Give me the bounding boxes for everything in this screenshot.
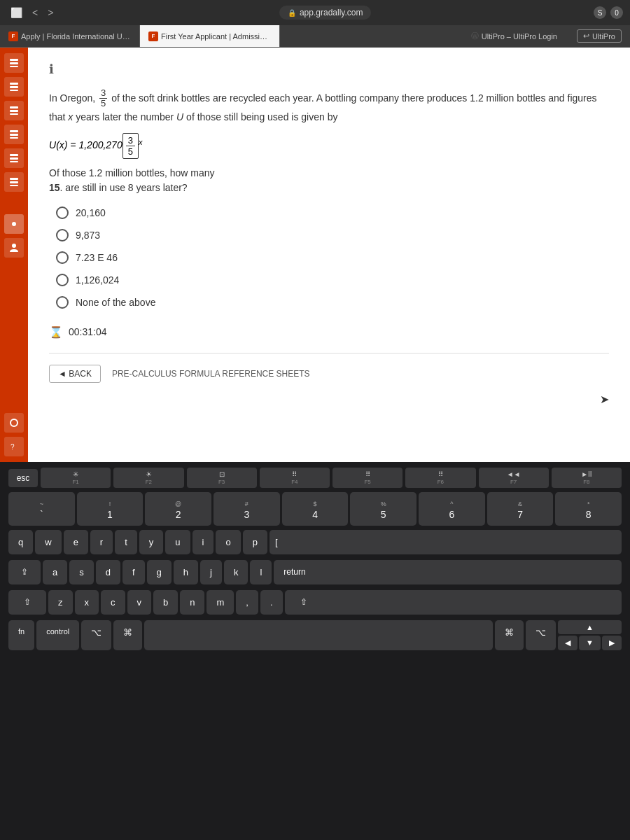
key-m[interactable]: m <box>206 590 234 615</box>
sidebar-item-6[interactable] <box>4 172 24 192</box>
key-v[interactable]: v <box>127 590 152 615</box>
key-e[interactable]: e <box>64 530 88 554</box>
key-option-right[interactable]: ⌥ <box>526 620 556 650</box>
nav-prev-button[interactable]: < <box>29 6 41 20</box>
option-3[interactable]: 7.23 E 46 <box>56 251 609 264</box>
key-h[interactable]: h <box>174 560 198 584</box>
key-period[interactable]: . <box>260 590 283 615</box>
key-5[interactable]: % 5 <box>350 492 416 526</box>
back-button[interactable]: ◄ BACK <box>49 365 101 383</box>
sidebar-item-5[interactable] <box>4 148 24 168</box>
key-2[interactable]: @ 2 <box>145 492 211 526</box>
key-caps[interactable]: ⇪ <box>8 560 41 584</box>
key-4[interactable]: $ 4 <box>282 492 349 526</box>
f3-key[interactable]: ⊡ F3 <box>187 468 257 488</box>
key-c[interactable]: c <box>101 590 125 615</box>
key-left[interactable]: ◀ <box>558 636 578 650</box>
key-cmd-right[interactable]: ⌘ <box>495 620 524 650</box>
sidebar-item-bottom2[interactable]: ? <box>4 437 24 456</box>
key-8[interactable]: * 8 <box>555 492 622 526</box>
svg-rect-8 <box>10 113 18 115</box>
nav-next-button[interactable]: > <box>44 6 57 20</box>
esc-key[interactable]: esc <box>8 469 38 487</box>
key-f[interactable]: f <box>122 560 145 584</box>
f5-key[interactable]: ⠿ F5 <box>332 468 402 488</box>
tab-ultipro[interactable]: Ⓦ UltiPro – UltiPro Login <box>463 31 566 41</box>
radio-option-4[interactable] <box>56 274 69 286</box>
keyboard-area: esc ✳ F1 ☀ F2 ⊡ F3 ⠿ F4 ⠿ F5 ⠿ F6 ◄◄ F7 <box>0 462 630 840</box>
option-5[interactable]: None of the above <box>56 296 609 309</box>
sidebar-item-2[interactable] <box>4 77 24 97</box>
key-up[interactable]: ▲ <box>558 620 622 634</box>
option-2[interactable]: 9,873 <box>56 229 609 241</box>
key-ctrl[interactable]: control <box>36 620 79 650</box>
key-g[interactable]: g <box>147 560 172 584</box>
f2-key[interactable]: ☀ F2 <box>113 468 183 488</box>
key-fn[interactable]: fn <box>8 620 34 650</box>
reference-link[interactable]: PRE-CALCULUS FORMULA REFERENCE SHEETS <box>112 369 310 379</box>
key-3[interactable]: # 3 <box>214 492 280 526</box>
key-d[interactable]: d <box>96 560 120 584</box>
f4-key[interactable]: ⠿ F4 <box>260 468 330 488</box>
key-s[interactable]: s <box>69 560 94 584</box>
tab-apply-fiu[interactable]: F Apply | Florida International Uni... <box>0 25 140 47</box>
sidebar-item-person[interactable] <box>4 238 24 258</box>
info-icon[interactable]: ℹ <box>49 62 609 77</box>
key-n[interactable]: n <box>180 590 204 615</box>
svg-rect-3 <box>10 83 18 85</box>
sidebar-item-dot[interactable] <box>4 214 24 234</box>
f6-key[interactable]: ⠿ F6 <box>405 468 475 488</box>
nav-controls[interactable]: ⬜ < > <box>7 6 57 20</box>
key-r[interactable]: r <box>90 530 113 554</box>
sidebar-item-bottom1[interactable] <box>4 413 24 433</box>
key-bracket-open[interactable]: [ <box>270 530 622 554</box>
key-7[interactable]: & 7 <box>487 492 554 526</box>
key-shift-right[interactable]: ⇧ <box>285 590 622 615</box>
key-right[interactable]: ▶ <box>602 636 622 650</box>
tab-first-year[interactable]: F First Year Applicant | Admission... <box>140 25 280 47</box>
sidebar-item-1[interactable] <box>4 53 24 73</box>
key-k[interactable]: k <box>224 560 248 584</box>
key-1[interactable]: ! 1 <box>77 492 144 526</box>
key-a[interactable]: a <box>43 560 67 584</box>
tab-favicon-1: F <box>8 31 18 41</box>
key-o[interactable]: o <box>216 530 240 554</box>
key-t[interactable]: t <box>115 530 137 554</box>
option-4[interactable]: 1,126,024 <box>56 274 609 286</box>
svg-rect-10 <box>10 134 18 136</box>
key-z[interactable]: z <box>48 590 73 615</box>
radio-option-1[interactable] <box>56 206 69 219</box>
timer-icon: ⌛ <box>49 326 63 339</box>
key-w[interactable]: w <box>35 530 61 554</box>
key-down[interactable]: ▼ <box>579 636 601 650</box>
nav-back-button[interactable]: ⬜ <box>7 6 26 20</box>
sidebar-item-3[interactable] <box>4 101 24 120</box>
key-cmd-left[interactable]: ⌘ <box>113 620 142 650</box>
key-y[interactable]: y <box>139 530 164 554</box>
radio-option-3[interactable] <box>56 251 69 264</box>
key-tilde[interactable]: ~ ` <box>8 492 75 526</box>
key-comma[interactable]: , <box>236 590 258 615</box>
key-l[interactable]: l <box>250 560 272 584</box>
f7-key[interactable]: ◄◄ F7 <box>479 468 549 488</box>
key-shift-left[interactable]: ⇧ <box>8 590 46 615</box>
ultipro-button[interactable]: ↩ UltiPro <box>577 29 622 43</box>
key-option[interactable]: ⌥ <box>81 620 111 650</box>
f1-key[interactable]: ✳ F1 <box>41 468 111 488</box>
key-space[interactable] <box>144 620 493 650</box>
sidebar-item-4[interactable] <box>4 125 24 144</box>
radio-option-2[interactable] <box>56 229 69 241</box>
key-i[interactable]: i <box>192 530 214 554</box>
f8-key[interactable]: ►II F8 <box>552 468 622 488</box>
key-x[interactable]: x <box>75 590 99 615</box>
key-b[interactable]: b <box>153 590 178 615</box>
key-6[interactable]: ^ 6 <box>419 492 485 526</box>
key-q[interactable]: q <box>8 530 33 554</box>
key-j[interactable]: j <box>200 560 222 584</box>
radio-option-5[interactable] <box>56 296 69 309</box>
key-p[interactable]: p <box>243 530 267 554</box>
key-return[interactable]: return <box>274 560 622 584</box>
address-bar[interactable]: 🔒 app.gradally.com <box>279 6 372 20</box>
option-1[interactable]: 20,160 <box>56 206 609 219</box>
key-u[interactable]: u <box>165 530 190 554</box>
